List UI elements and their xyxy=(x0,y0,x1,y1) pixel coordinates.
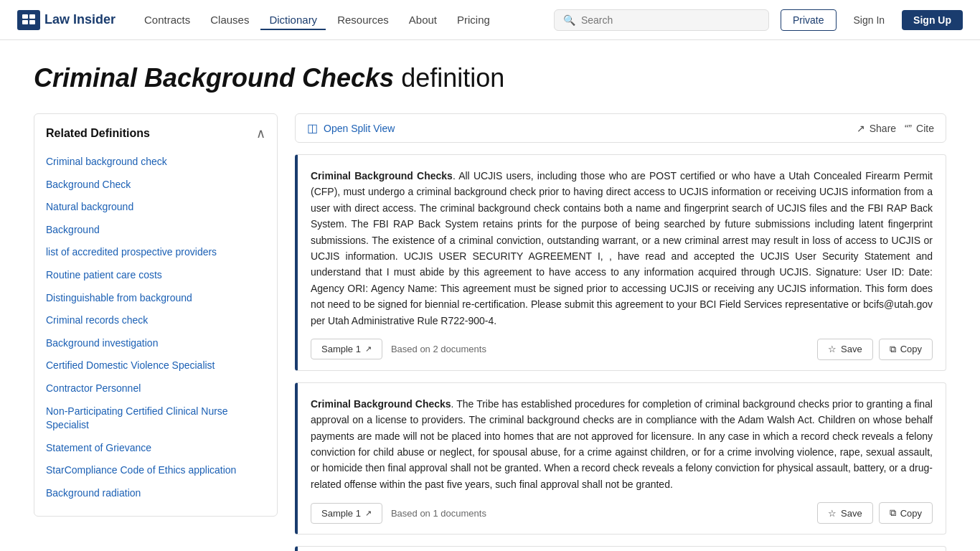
list-item: Statement of Grievance xyxy=(46,438,265,459)
sidebar-link-3[interactable]: Background xyxy=(46,220,265,241)
list-item: Routine patient care costs xyxy=(46,265,265,286)
star-icon-1: ☆ xyxy=(828,344,837,354)
list-item: Background xyxy=(46,220,265,241)
copy-button-2[interactable]: ⧉ Copy xyxy=(879,502,933,524)
navbar: Law Insider Contracts Clauses Dictionary… xyxy=(0,0,980,40)
svg-rect-3 xyxy=(29,20,35,24)
definition-footer-2: Sample 1 ↗ Based on 1 documents ☆ Save ⧉… xyxy=(311,502,933,524)
copy-label-1: Copy xyxy=(900,344,922,354)
sidebar-link-9[interactable]: Certified Domestic Violence Specialist xyxy=(46,355,265,377)
list-item: Certified Domestic Violence Specialist xyxy=(46,355,265,377)
save-button-1[interactable]: ☆ Save xyxy=(817,339,873,360)
split-view-icon: ◫ xyxy=(307,121,318,135)
nav-about[interactable]: About xyxy=(400,9,446,30)
sidebar-link-11[interactable]: Non-Participating Certified Clinical Nur… xyxy=(46,401,265,436)
sidebar-link-5[interactable]: Routine patient care costs xyxy=(46,265,265,286)
logo-text: Law Insider xyxy=(44,12,116,27)
private-button[interactable]: Private xyxy=(781,9,837,31)
list-item: Background Check xyxy=(46,174,265,196)
sidebar-header: Related Definitions ∧ xyxy=(46,126,265,141)
definition-footer-right-2: ☆ Save ⧉ Copy xyxy=(817,502,933,524)
sample-label-1: Sample 1 xyxy=(321,344,361,354)
sidebar-link-7[interactable]: Criminal records check xyxy=(46,310,265,331)
nav-resources[interactable]: Resources xyxy=(329,9,397,30)
save-label-1: Save xyxy=(841,344,862,354)
search-box: 🔍 xyxy=(554,9,769,31)
list-item: Natural background xyxy=(46,197,265,218)
sidebar-link-13[interactable]: StarCompliance Code of Ethics applicatio… xyxy=(46,460,265,481)
definition-bold-2: Criminal Background Checks xyxy=(311,398,451,410)
logo-icon xyxy=(17,10,40,30)
definition-text-1: Criminal Background Checks. All UCJIS us… xyxy=(311,168,933,329)
nav-clauses[interactable]: Clauses xyxy=(202,9,258,30)
cite-label: Cite xyxy=(916,123,934,134)
list-item: Criminal background check xyxy=(46,151,265,173)
nav-links: Contracts Clauses Dictionary Resources A… xyxy=(136,9,554,30)
share-label: Share xyxy=(870,123,896,134)
sidebar-link-1[interactable]: Background Check xyxy=(46,174,265,196)
list-item: list of accredited prospective providers xyxy=(46,242,265,263)
sidebar-link-14[interactable]: Background radiation xyxy=(46,483,265,504)
sidebar-collapse-button[interactable]: ∧ xyxy=(256,126,265,141)
sidebar-link-2[interactable]: Natural background xyxy=(46,197,265,218)
list-item: StarCompliance Code of Ethics applicatio… xyxy=(46,460,265,481)
svg-rect-0 xyxy=(22,14,28,19)
copy-button-1[interactable]: ⧉ Copy xyxy=(879,339,933,360)
sample-button-2[interactable]: Sample 1 ↗ xyxy=(311,503,382,524)
sidebar-link-12[interactable]: Statement of Grievance xyxy=(46,438,265,459)
list-item: Contractor Personnel xyxy=(46,378,265,400)
sidebar-link-6[interactable]: Distinguishable from background xyxy=(46,288,265,309)
copy-icon-1: ⧉ xyxy=(890,344,896,355)
list-item: Criminal records check xyxy=(46,310,265,331)
star-icon-2: ☆ xyxy=(828,508,837,519)
share-icon: ↗ xyxy=(857,123,865,134)
sidebar-link-4[interactable]: list of accredited prospective providers xyxy=(46,242,265,263)
signin-button[interactable]: Sign In xyxy=(842,10,897,30)
search-input[interactable] xyxy=(581,14,760,26)
content-layout: Related Definitions ∧ Criminal backgroun… xyxy=(34,113,946,551)
nav-dictionary[interactable]: Dictionary xyxy=(260,9,326,30)
logo-link[interactable]: Law Insider xyxy=(17,10,116,30)
sidebar-links: Criminal background check Background Che… xyxy=(46,151,265,504)
based-on-2: Based on 1 documents xyxy=(391,508,486,519)
definition-card-2: Criminal Background Checks. The Tribe ha… xyxy=(295,382,946,534)
navbar-actions: Private Sign In Sign Up xyxy=(781,9,963,31)
list-item: Background radiation xyxy=(46,483,265,504)
share-button[interactable]: ↗ Share xyxy=(857,123,896,134)
sidebar-link-10[interactable]: Contractor Personnel xyxy=(46,378,265,400)
svg-rect-1 xyxy=(29,14,35,19)
save-button-2[interactable]: ☆ Save xyxy=(817,502,873,524)
content-toolbar: ◫ Open Split View ↗ Share “” Cite xyxy=(295,113,946,143)
split-view-button[interactable]: ◫ Open Split View xyxy=(307,121,395,135)
nav-contracts[interactable]: Contracts xyxy=(136,9,199,30)
sidebar-link-0[interactable]: Criminal background check xyxy=(46,151,265,173)
sample-button-1[interactable]: Sample 1 ↗ xyxy=(311,339,382,359)
copy-label-2: Copy xyxy=(900,508,922,519)
definition-card-3: Criminal Background Checks means complet… xyxy=(295,546,946,551)
definition-body-1: . All UCJIS users, including those who a… xyxy=(311,170,933,326)
definition-footer-right-1: ☆ Save ⧉ Copy xyxy=(817,339,933,360)
definition-text-2: Criminal Background Checks. The Tribe ha… xyxy=(311,396,933,492)
nav-pricing[interactable]: Pricing xyxy=(448,9,499,30)
page-title-italic: Criminal Background Checks xyxy=(34,63,394,93)
page-title-rest: definition xyxy=(394,63,504,93)
cite-button[interactable]: “” Cite xyxy=(905,122,934,134)
signup-button[interactable]: Sign Up xyxy=(902,10,963,30)
definition-bold-1: Criminal Background Checks xyxy=(311,170,453,182)
split-view-label: Open Split View xyxy=(324,123,395,134)
definition-body-2: . The Tribe has established procedures f… xyxy=(311,398,933,490)
page-title: Criminal Background Checks definition xyxy=(34,63,946,93)
main-container: Criminal Background Checks definition Re… xyxy=(17,40,963,551)
based-on-1: Based on 2 documents xyxy=(391,344,486,354)
cite-icon: “” xyxy=(905,122,912,134)
list-item: Background investigation xyxy=(46,333,265,354)
list-item: Non-Participating Certified Clinical Nur… xyxy=(46,401,265,436)
sidebar: Related Definitions ∧ Criminal backgroun… xyxy=(34,113,278,517)
toolbar-right: ↗ Share “” Cite xyxy=(857,122,934,134)
copy-icon-2: ⧉ xyxy=(890,507,896,519)
definition-footer-1: Sample 1 ↗ Based on 2 documents ☆ Save ⧉… xyxy=(311,339,933,360)
content-area: ◫ Open Split View ↗ Share “” Cite xyxy=(295,113,946,551)
sidebar-link-8[interactable]: Background investigation xyxy=(46,333,265,354)
external-link-icon-2: ↗ xyxy=(365,509,372,518)
search-icon: 🔍 xyxy=(563,14,575,26)
